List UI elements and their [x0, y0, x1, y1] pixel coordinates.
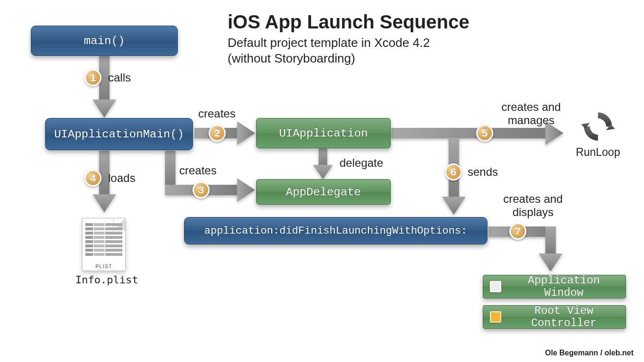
- label-delegate: delegate: [340, 156, 383, 170]
- diagram-subtitle: Default project template in Xcode 4.2 (w…: [228, 35, 430, 66]
- plist-page-graphic: PLIST: [82, 218, 126, 271]
- box-didfinish-label: application:didFinishLaunchingWithOption…: [204, 225, 468, 237]
- svg-marker-1: [92, 100, 116, 118]
- box-appwindow-label: Application Window: [509, 274, 619, 299]
- step-5: 5: [476, 125, 493, 142]
- step-6: 6: [445, 163, 462, 181]
- subtitle-line-1: Default project template in Xcode 4.2: [228, 36, 430, 50]
- box-appdelegate: AppDelegate: [256, 179, 391, 205]
- box-uiapplication: UIApplication: [256, 118, 391, 148]
- arrow-delegate: [313, 148, 333, 179]
- label-creates-displays: creates and displays: [500, 192, 566, 218]
- box-rootvc: Root View Controller: [483, 305, 626, 329]
- box-rootvc-label: Root View Controller: [509, 305, 619, 329]
- box-appdelegate-label: AppDelegate: [286, 186, 361, 199]
- svg-marker-14: [442, 197, 466, 215]
- diagram-title: iOS App Launch Sequence: [228, 11, 469, 33]
- svg-marker-10: [313, 165, 333, 179]
- step-3: 3: [193, 181, 210, 199]
- label-loads: loads: [108, 172, 135, 185]
- label-creates-3: creates: [179, 164, 217, 177]
- label-calls: calls: [108, 71, 131, 84]
- rootvc-icon: [490, 311, 501, 323]
- svg-marker-17: [539, 253, 562, 272]
- plist-tag: PLIST: [83, 263, 125, 269]
- step-1: 1: [84, 69, 101, 86]
- step-2: 2: [209, 125, 226, 142]
- box-uiapplication-label: UIApplication: [279, 127, 368, 140]
- svg-marker-8: [237, 178, 255, 202]
- attribution: Ole Begemann / oleb.net: [545, 349, 634, 357]
- svg-marker-3: [92, 194, 116, 212]
- svg-rect-6: [165, 151, 175, 189]
- plist-filename: Info.plist: [75, 274, 132, 286]
- label-creates-manages: creates and manages: [498, 100, 564, 127]
- box-uiapplicationmain-label: UIApplicationMain(): [54, 128, 184, 141]
- subtitle-line-2: (without Storyboarding): [228, 51, 355, 65]
- label-creates-2: creates: [198, 107, 236, 120]
- runloop-icon: RunLoop: [572, 108, 624, 159]
- svg-marker-5: [237, 121, 255, 145]
- label-sends: sends: [468, 165, 498, 179]
- box-main: main(): [31, 26, 178, 56]
- step-4: 4: [84, 170, 101, 187]
- svg-rect-16: [545, 226, 556, 255]
- svg-rect-9: [319, 148, 327, 166]
- box-appwindow: Application Window: [483, 275, 626, 299]
- svg-rect-11: [391, 128, 548, 138]
- appwindow-icon: [490, 281, 501, 292]
- box-uiapplicationmain: UIApplicationMain(): [45, 118, 193, 150]
- step-7: 7: [509, 223, 526, 240]
- runloop-glyph: [578, 108, 618, 145]
- diagram-stage: iOS App Launch Sequence Default project …: [0, 0, 644, 362]
- arrow-1: [92, 56, 116, 118]
- box-main-label: main(): [84, 35, 125, 47]
- box-didfinish: application:didFinishLaunchingWithOption…: [184, 217, 488, 244]
- runloop-label: RunLoop: [572, 146, 624, 159]
- plist-file-icon: PLIST Info.plist: [75, 218, 132, 286]
